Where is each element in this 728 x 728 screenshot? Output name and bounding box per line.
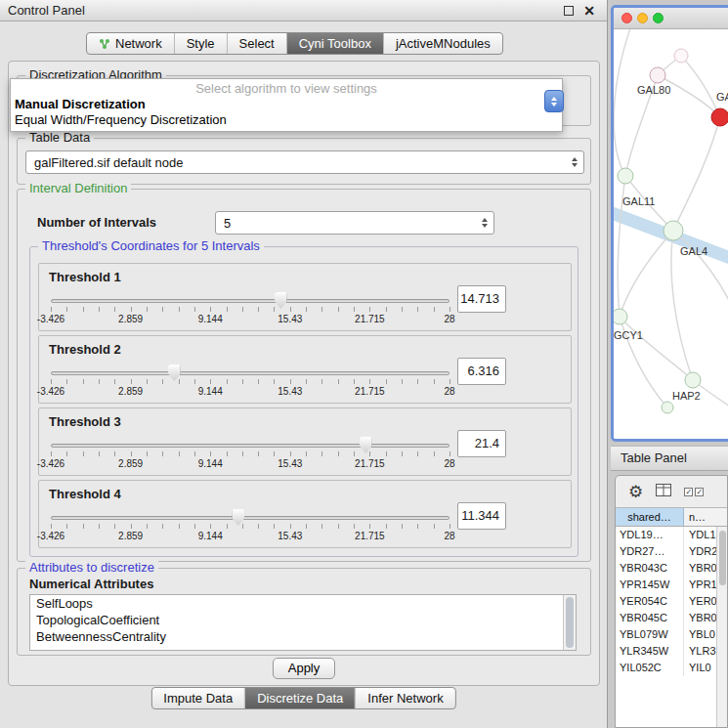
table-data-combobox[interactable]: galFiltered.sif default node: [25, 150, 584, 174]
slider-scale: -3.4262.8599.14415.4321.71528: [51, 458, 450, 470]
node-hap2[interactable]: [685, 372, 701, 388]
node[interactable]: [662, 402, 673, 413]
slider-ticks: [51, 379, 450, 384]
list-item[interactable]: TopologicalCoefficient: [30, 612, 576, 628]
threshold-1-value-field[interactable]: 14.713: [457, 285, 506, 313]
combobox-stepper-focused-icon[interactable]: [544, 90, 564, 112]
node-gal11[interactable]: [618, 168, 633, 184]
table-row[interactable]: YDL19…YDL1: [616, 527, 727, 543]
scrollbar-thumb[interactable]: [566, 597, 574, 648]
column-header-shared-name[interactable]: shared…: [616, 508, 684, 526]
node[interactable]: [674, 49, 688, 63]
tab-cyni-toolbox[interactable]: Cyni Toolbox: [286, 33, 383, 54]
scrollbar-thumb[interactable]: [719, 531, 726, 585]
tab-label: Cyni Toolbox: [299, 33, 371, 54]
tab-infer-network[interactable]: Infer Network: [355, 688, 454, 708]
cell-shared[interactable]: YIL052C: [616, 660, 684, 676]
cell-shared[interactable]: YLR345W: [616, 643, 684, 660]
scale-label: 9.144: [198, 531, 223, 541]
table-row[interactable]: YDR27…YDR2: [616, 543, 727, 560]
cell-shared[interactable]: YBL079W: [616, 626, 684, 643]
tab-impute-data[interactable]: Impute Data: [151, 688, 244, 708]
slider-ticks: [51, 307, 450, 312]
attributes-list[interactable]: SelfLoops TopologicalCoefficient Between…: [29, 594, 577, 651]
combobox-stepper-icon[interactable]: [482, 218, 493, 228]
slider-track[interactable]: [51, 516, 450, 520]
cell-shared[interactable]: YBR045C: [616, 610, 684, 626]
popup-option-equal-width-frequency[interactable]: Equal Width/Frequency Discretization: [11, 112, 562, 128]
cell-shared[interactable]: YBR043C: [616, 560, 684, 577]
scale-label: 21.715: [355, 314, 385, 324]
columns-icon[interactable]: [656, 484, 671, 499]
apply-button[interactable]: Apply: [273, 658, 335, 679]
combobox-stepper-icon[interactable]: [572, 157, 583, 167]
node-gal80[interactable]: [650, 67, 665, 83]
table-row[interactable]: YER054CYER0: [616, 593, 727, 610]
threshold-label: Threshold 4: [49, 487, 121, 501]
tab-network[interactable]: Network: [87, 33, 174, 54]
table-scrollbar[interactable]: [716, 527, 727, 727]
slider-track[interactable]: [51, 371, 450, 375]
table-toolbar: ⚙ ✓ ✓: [616, 476, 727, 507]
column-header-name[interactable]: n…: [684, 508, 727, 526]
list-item[interactable]: BetweennessCentrality: [30, 628, 576, 645]
thresholds-group: Threshold's Coordinates for 5 Intervals …: [29, 246, 578, 557]
cell-shared[interactable]: YPR145W: [616, 577, 684, 593]
close-icon[interactable]: ✕: [583, 2, 595, 20]
table-row[interactable]: YIL052CYIL0: [616, 660, 727, 676]
tab-select[interactable]: Select: [227, 33, 286, 54]
threshold-4-value-field[interactable]: 11.344: [457, 502, 506, 530]
threshold-3-value-field[interactable]: 21.4: [457, 430, 506, 457]
zoom-traffic-light-icon[interactable]: [653, 13, 664, 23]
network-window-titlebar[interactable]: [614, 8, 728, 29]
table-row[interactable]: YPR145WYPR1: [616, 577, 727, 593]
table-row[interactable]: YBL079WYBL0: [616, 626, 727, 643]
gear-icon[interactable]: ⚙: [628, 484, 643, 500]
scale-label: 9.144: [198, 314, 223, 324]
float-window-icon[interactable]: [564, 6, 574, 16]
scale-label: 15.43: [278, 531, 302, 541]
node-label-gal4: GAL4: [680, 245, 707, 257]
tab-jactivemnodules[interactable]: jActiveMNodules: [383, 33, 502, 54]
cell-shared[interactable]: YDR27…: [616, 543, 684, 560]
table-panel-header[interactable]: Table Panel: [611, 446, 728, 471]
scale-label: 9.144: [198, 386, 223, 397]
table-row[interactable]: YLR345WYLR3: [616, 643, 727, 660]
cell-shared[interactable]: YER054C: [616, 593, 684, 610]
network-canvas[interactable]: GAL80 GA GAL11 GAL4 GCY1 HAP2: [614, 29, 728, 439]
popup-option-manual-discretization[interactable]: Manual Discretization: [11, 97, 562, 112]
node-gal4[interactable]: [664, 221, 683, 240]
control-panel-titlebar[interactable]: Control Panel ✕: [0, 0, 607, 21]
list-item[interactable]: SelfLoops: [30, 595, 576, 612]
scale-label: 15.43: [278, 458, 302, 469]
cell-shared[interactable]: YDL19…: [616, 527, 684, 543]
slider-track[interactable]: [51, 299, 450, 303]
node-red-selected[interactable]: [711, 108, 728, 126]
list-scrollbar[interactable]: [563, 595, 576, 650]
table-row[interactable]: YBR045CYBR0: [616, 610, 727, 626]
checkbox-icon: ✓: [695, 488, 704, 496]
threshold-label: Threshold 3: [49, 414, 121, 429]
tab-label: Discretize Data: [257, 688, 343, 708]
table-row[interactable]: YBR043CYBR0: [616, 560, 727, 577]
network-graph: GAL80 GA GAL11 GAL4 GCY1 HAP2: [614, 29, 728, 439]
node-label-gal80: GAL80: [637, 84, 670, 96]
popup-hint: Select algorithm to view settings: [11, 79, 562, 97]
node-gcy1[interactable]: [614, 309, 627, 324]
select-columns-icon[interactable]: ✓ ✓: [684, 488, 704, 496]
scale-label: 2.859: [118, 531, 143, 541]
interval-definition-group: Interval Definition Number of Intervals …: [17, 189, 591, 562]
network-view-window: GAL80 GA GAL11 GAL4 GCY1 HAP2: [611, 5, 728, 442]
slider-track[interactable]: [51, 444, 450, 448]
bottom-tab-strip: Impute Data Discretize Data Infer Networ…: [150, 687, 455, 709]
tab-style[interactable]: Style: [174, 33, 227, 54]
threshold-3-box: Threshold 3 -3.4262.8599.14415.4321.7152…: [38, 407, 572, 476]
number-of-intervals-combobox[interactable]: 5: [215, 211, 494, 235]
threshold-2-value-field[interactable]: 6.316: [457, 358, 506, 385]
slider-scale: -3.4262.8599.14415.4321.71528: [51, 314, 450, 325]
threshold-2-box: Threshold 2 -3.4262.8599.14415.4321.7152…: [38, 335, 572, 404]
close-traffic-light-icon[interactable]: [621, 13, 632, 23]
tab-discretize-data[interactable]: Discretize Data: [244, 688, 355, 708]
minimize-traffic-light-icon[interactable]: [637, 13, 648, 23]
group-title: Table Data: [25, 130, 94, 145]
